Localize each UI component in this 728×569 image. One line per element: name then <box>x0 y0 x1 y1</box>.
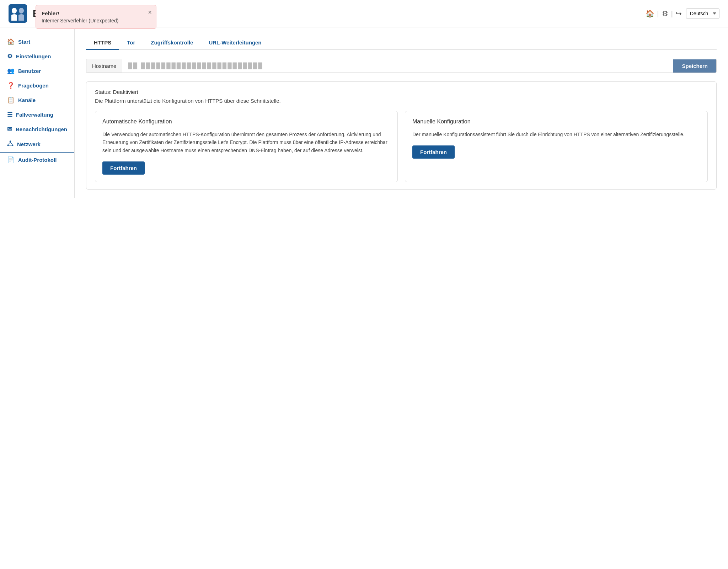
auto-config-card: Automatische Konfiguration Die Verwendun… <box>95 111 398 182</box>
manual-config-title: Manuelle Konfiguration <box>412 118 700 125</box>
save-button[interactable]: Speichern <box>673 59 716 73</box>
header-right: 🏠 | ⚙ | ↪ Deutsch English Français <box>646 8 719 19</box>
svg-point-4 <box>7 144 9 146</box>
main-content: HTTPS Tor Zugriffskontrolle URL-Weiterle… <box>75 27 728 198</box>
config-cards: Automatische Konfiguration Die Verwendun… <box>95 111 708 182</box>
case-management-icon: ☰ <box>7 111 12 118</box>
sidebar-item-audit-protokoll[interactable]: 📄 Audit-Protokoll <box>0 153 74 167</box>
language-select[interactable]: Deutsch English Français <box>686 8 719 19</box>
header: Example · Netzwerk Fehler! Interner Serv… <box>0 0 728 27</box>
tab-zugriffskontrolle[interactable]: Zugriffskontrolle <box>143 36 201 50</box>
sidebar-label-einstellungen: Einstellungen <box>16 53 51 59</box>
tab-https[interactable]: HTTPS <box>86 36 119 50</box>
auto-config-title: Automatische Konfiguration <box>102 118 390 125</box>
sidebar: 🏠 Start ⚙ Einstellungen 👥 Benutzer ❓ Fra… <box>0 27 75 198</box>
divider-1: | <box>657 10 659 18</box>
sidebar-item-kanäle[interactable]: 📋 Kanäle <box>0 93 74 107</box>
svg-point-5 <box>12 144 14 146</box>
sidebar-label-fragebögen: Fragebögen <box>18 83 49 89</box>
sidebar-label-netzwerk: Netzwerk <box>17 141 41 147</box>
tab-tor[interactable]: Tor <box>119 36 143 50</box>
hostname-row: Hostname ██ ████████████████████████ Spe… <box>86 59 717 73</box>
hostname-value: ██ ████████████████████████ <box>122 59 673 73</box>
svg-line-7 <box>10 142 12 144</box>
tab-bar: HTTPS Tor Zugriffskontrolle URL-Weiterle… <box>86 36 717 50</box>
manual-config-body: Der manuelle Konfigurationsassistent füh… <box>412 131 700 138</box>
notifications-icon: ✉ <box>7 126 12 133</box>
sidebar-item-benachrichtigungen[interactable]: ✉ Benachrichtigungen <box>0 122 74 137</box>
error-body: Interner Serverfehler (Unexpected) <box>42 18 142 23</box>
auto-proceed-button[interactable]: Fortfahren <box>102 161 145 175</box>
questionnaire-icon: ❓ <box>7 82 15 89</box>
layout: 🏠 Start ⚙ Einstellungen 👥 Benutzer ❓ Fra… <box>0 27 728 198</box>
status-description: Die Plattform unterstützt die Konfigurat… <box>95 98 708 104</box>
sidebar-item-fallverwaltung[interactable]: ☰ Fallverwaltung <box>0 107 74 122</box>
divider-2: | <box>671 10 673 18</box>
header-icons: 🏠 | ⚙ | ↪ <box>646 9 682 18</box>
sidebar-label-start: Start <box>18 39 30 45</box>
svg-rect-0 <box>9 4 27 23</box>
status-panel: Status: Deaktiviert Die Plattform unters… <box>86 81 717 190</box>
svg-point-2 <box>19 8 24 14</box>
sidebar-label-benachrichtigungen: Benachrichtigungen <box>16 126 67 132</box>
svg-point-1 <box>12 8 17 14</box>
home-icon: 🏠 <box>7 38 15 46</box>
network-icon <box>7 140 14 148</box>
sidebar-item-start[interactable]: 🏠 Start <box>0 34 74 49</box>
sidebar-item-einstellungen[interactable]: ⚙ Einstellungen <box>0 49 74 64</box>
svg-point-3 <box>10 140 11 142</box>
auto-config-body: Die Verwendung der automatischen HTTPS-K… <box>102 131 390 154</box>
logo-icon <box>9 4 27 23</box>
sidebar-label-fallverwaltung: Fallverwaltung <box>16 112 53 118</box>
audit-icon: 📄 <box>7 156 15 164</box>
settings-icon[interactable]: ⚙ <box>662 9 668 18</box>
sidebar-item-netzwerk[interactable]: Netzwerk <box>0 137 74 153</box>
sidebar-label-audit-protokoll: Audit-Protokoll <box>18 157 57 163</box>
error-toast: Fehler! Interner Serverfehler (Unexpecte… <box>36 5 156 29</box>
svg-line-6 <box>8 142 10 144</box>
sidebar-item-benutzer[interactable]: 👥 Benutzer <box>0 64 74 78</box>
status-text: Status: Deaktiviert <box>95 89 708 95</box>
channels-icon: 📋 <box>7 96 15 104</box>
tab-url-weiterleitungen[interactable]: URL-Weiterleitungen <box>201 36 269 50</box>
sidebar-label-kanäle: Kanäle <box>18 97 36 103</box>
settings-icon: ⚙ <box>7 53 12 60</box>
sidebar-item-fragebögen[interactable]: ❓ Fragebögen <box>0 78 74 93</box>
logout-icon[interactable]: ↪ <box>676 9 682 18</box>
error-close-button[interactable]: × <box>148 9 152 16</box>
hostname-label: Hostname <box>86 59 122 73</box>
logo <box>9 4 27 23</box>
error-title: Fehler! <box>42 10 142 16</box>
manual-config-card: Manuelle Konfiguration Der manuelle Konf… <box>405 111 708 182</box>
home-icon[interactable]: 🏠 <box>646 9 654 18</box>
users-icon: 👥 <box>7 67 15 75</box>
manual-proceed-button[interactable]: Fortfahren <box>412 145 455 159</box>
sidebar-label-benutzer: Benutzer <box>18 68 41 74</box>
